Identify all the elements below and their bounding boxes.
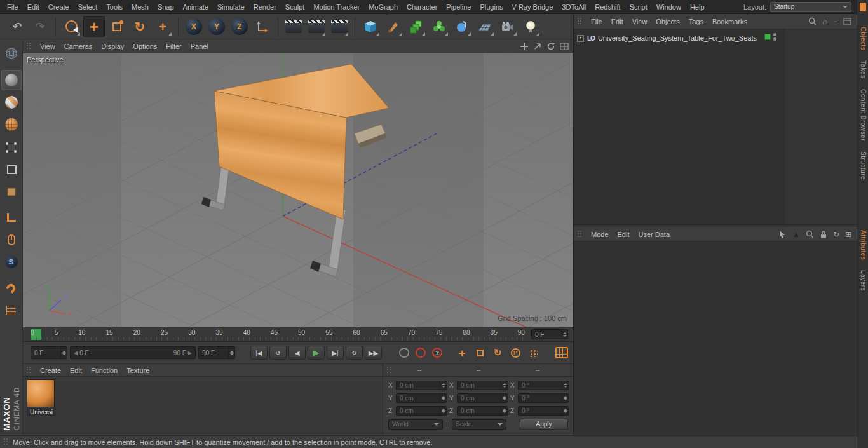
menu-item[interactable]: Motion Tracker: [309, 0, 364, 14]
viewport-canvas[interactable]: Perspective Grid Spacing : 100 cm Y Z X: [23, 53, 573, 327]
attribute-manager-menu-item[interactable]: User Data: [634, 231, 675, 238]
stepper-icon[interactable]: [440, 394, 446, 402]
key-rotation-button[interactable]: ↻: [490, 345, 505, 360]
editor-visibility-dot[interactable]: [773, 33, 776, 36]
menu-item[interactable]: V-Ray Bridge: [508, 0, 558, 14]
render-settings-button[interactable]: [329, 16, 350, 37]
render-visibility-dot[interactable]: [773, 37, 776, 41]
cursor-icon[interactable]: [778, 230, 787, 238]
material-thumbnail[interactable]: [27, 379, 55, 407]
material-menu-item[interactable]: Texture: [122, 367, 154, 374]
viewport-solo-button[interactable]: [1, 229, 22, 250]
panel-grip-icon[interactable]: [577, 17, 583, 25]
simulate-button[interactable]: [451, 16, 473, 37]
enable-axis-button[interactable]: [1, 207, 22, 227]
stepper-icon[interactable]: [501, 407, 507, 415]
menu-item[interactable]: Simulate: [213, 0, 249, 14]
live-selection-button[interactable]: [60, 16, 82, 37]
size-z-field[interactable]: 0 cm: [457, 406, 508, 416]
object-list[interactable]: + LO University_Seating_System_Table_For…: [574, 29, 857, 225]
move-tool-button[interactable]: +: [83, 16, 105, 37]
object-name[interactable]: University_Seating_System_Table_For_Two_…: [598, 34, 757, 42]
side-tab[interactable]: Layers: [860, 270, 867, 291]
camera-button[interactable]: [497, 16, 519, 37]
range-left-arrow-icon[interactable]: ◀: [74, 350, 78, 356]
rotation-x-field[interactable]: 0 °: [518, 381, 569, 390]
add-panel-icon[interactable]: ⊞: [845, 231, 851, 238]
scale-mode-dropdown[interactable]: Scale: [452, 419, 506, 430]
panel-grip-icon[interactable]: [26, 366, 32, 374]
size-y-field[interactable]: 0 cm: [457, 393, 508, 403]
camera-move-icon[interactable]: [520, 42, 529, 51]
home-icon[interactable]: ⌂: [822, 17, 827, 25]
view-toggle-icon[interactable]: [560, 42, 569, 51]
model-mode-button[interactable]: [1, 70, 22, 90]
layout-dropdown[interactable]: Startup: [770, 2, 851, 12]
viewport-menu-item[interactable]: Display: [97, 43, 128, 50]
make-editable-button[interactable]: [1, 43, 22, 64]
viewport-menu-item[interactable]: Options: [128, 43, 161, 50]
stepper-icon[interactable]: [562, 394, 568, 402]
add-cube-button[interactable]: [360, 16, 381, 37]
object-manager-menu-item[interactable]: Edit: [607, 18, 628, 25]
pen-tool-button[interactable]: [383, 16, 404, 37]
object-manager-menu-item[interactable]: Bookmarks: [708, 18, 752, 25]
transport-button[interactable]: ▶▶: [365, 346, 382, 360]
position-z-field[interactable]: 0 cm: [396, 406, 447, 416]
menu-item[interactable]: 3DToAll: [557, 0, 590, 14]
record-objects-icon[interactable]: [399, 348, 409, 358]
lock-z-axis-button[interactable]: Z: [229, 16, 250, 37]
apply-button[interactable]: Apply: [520, 419, 568, 430]
stepper-icon[interactable]: [561, 330, 567, 339]
panel-grip-icon[interactable]: [26, 42, 32, 50]
key-pla-button[interactable]: [526, 345, 541, 360]
menu-item[interactable]: Mesh: [127, 0, 153, 14]
polygons-mode-button[interactable]: [1, 181, 22, 201]
undo-button[interactable]: ↶: [6, 16, 28, 37]
panel-grip-icon[interactable]: [577, 230, 583, 238]
lock-icon[interactable]: [820, 230, 827, 238]
menu-item[interactable]: Select: [74, 0, 102, 14]
redo-button[interactable]: ↷: [29, 16, 51, 37]
points-mode-button[interactable]: [1, 137, 22, 157]
menu-item[interactable]: Tools: [102, 0, 127, 14]
transport-button[interactable]: ▶: [308, 346, 325, 360]
object-manager-menu-item[interactable]: Tags: [684, 18, 708, 25]
stepper-icon[interactable]: [440, 407, 446, 415]
texture-mode-button[interactable]: [1, 92, 22, 112]
menu-item[interactable]: Character: [402, 0, 442, 14]
end-frame-field[interactable]: 90 F: [198, 346, 235, 359]
coordinate-system-dropdown[interactable]: World: [388, 419, 443, 430]
transport-button[interactable]: ◀: [288, 346, 306, 360]
viewport-menu-item[interactable]: Cameras: [60, 43, 97, 50]
scale-tool-button[interactable]: [106, 16, 128, 37]
render-view-button[interactable]: [283, 16, 304, 37]
expand-toggle-icon[interactable]: +: [577, 35, 584, 42]
menu-item[interactable]: Plugins: [475, 0, 507, 14]
menu-item[interactable]: Snap: [153, 0, 179, 14]
rotate-tool-button[interactable]: ↻: [129, 16, 151, 37]
attribute-manager-menu-item[interactable]: Edit: [613, 231, 634, 238]
search-icon[interactable]: [806, 230, 814, 238]
floor-button[interactable]: [474, 16, 496, 37]
last-tool-button[interactable]: +: [152, 16, 173, 37]
size-x-field[interactable]: 0 cm: [457, 381, 508, 390]
menu-item[interactable]: Animate: [179, 0, 213, 14]
side-tab[interactable]: Takes: [860, 60, 867, 79]
lock-x-axis-button[interactable]: X: [183, 16, 205, 37]
panel-grip-icon[interactable]: [386, 366, 392, 374]
object-manager-menu-item[interactable]: Objects: [651, 18, 684, 25]
material-menu-item[interactable]: Create: [36, 367, 65, 374]
viewport-menu-item[interactable]: Filter: [161, 43, 186, 50]
key-parameter-button[interactable]: P: [508, 345, 523, 360]
stepper-icon[interactable]: [501, 381, 507, 390]
edges-mode-button[interactable]: [1, 159, 22, 179]
rotation-z-field[interactable]: 0 °: [518, 406, 569, 416]
transport-button[interactable]: ↻: [346, 346, 363, 360]
camera-rotate-icon[interactable]: [546, 42, 555, 51]
timeline-range-slider[interactable]: ◀ 0 F 90 F ▶: [70, 346, 196, 359]
transport-button[interactable]: ↺: [269, 346, 287, 360]
material-menu-item[interactable]: Function: [86, 367, 122, 374]
object-manager-menu-item[interactable]: View: [628, 18, 652, 25]
snap-toggle-button[interactable]: [1, 278, 22, 298]
